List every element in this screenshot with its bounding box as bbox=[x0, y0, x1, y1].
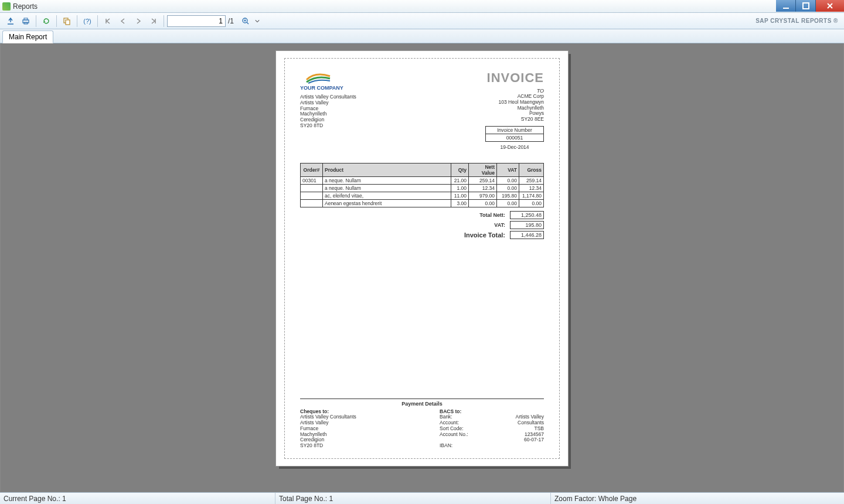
invoice-number-label: Invoice Number bbox=[486, 127, 543, 134]
invoice-right-block: INVOICE TO ACME Corp 103 Heol Maengwyn M… bbox=[485, 70, 544, 150]
cell-nett: 0.00 bbox=[469, 199, 497, 207]
cell-order bbox=[301, 192, 323, 199]
brand-label: SAP CRYSTAL REPORTS ® bbox=[755, 18, 838, 24]
cell-gross: 0.00 bbox=[519, 199, 544, 207]
toolbar: (?) /1 SAP CRYSTAL REPORTS ® bbox=[0, 13, 844, 29]
client-address: ACME Corp 103 Heol Maengwyn Machynlleth … bbox=[485, 94, 544, 122]
page-number-input[interactable] bbox=[167, 15, 226, 27]
invoice-title: INVOICE bbox=[485, 70, 544, 86]
copy-button[interactable] bbox=[60, 15, 74, 28]
col-qty: Qty bbox=[451, 163, 469, 176]
payment-heading: Payment Details bbox=[300, 401, 544, 407]
total-nett-label: Total Nett: bbox=[479, 212, 505, 218]
cell-product: a neque. Nullam bbox=[323, 176, 451, 184]
cell-vat: 195.80 bbox=[497, 192, 519, 199]
bacs-labels: BACS to: Bank: Account: Sort Code: Accou… bbox=[440, 409, 468, 449]
window-controls bbox=[776, 0, 844, 12]
close-button[interactable] bbox=[816, 0, 844, 12]
cell-vat: 0.00 bbox=[497, 184, 519, 192]
total-vat-value: 195.80 bbox=[510, 221, 544, 229]
cell-product: ac, eleifend vitae, bbox=[323, 192, 451, 199]
accountno-label: Account No.: bbox=[440, 432, 468, 438]
total-grand-value: 1,446.28 bbox=[510, 231, 544, 239]
col-product: Product bbox=[323, 163, 451, 176]
addr-line: SY20 8TD bbox=[300, 443, 404, 449]
svg-rect-0 bbox=[783, 8, 789, 9]
iban-label: IBAN: bbox=[440, 443, 468, 449]
zoom-button[interactable] bbox=[239, 15, 253, 28]
cell-order: 00301 bbox=[301, 176, 323, 184]
toolbar-separator bbox=[56, 15, 57, 27]
cell-qty: 3.00 bbox=[451, 199, 469, 207]
toggle-parameters-button[interactable]: (?) bbox=[80, 15, 94, 28]
cell-gross: 12.34 bbox=[519, 184, 544, 192]
cell-order bbox=[301, 184, 323, 192]
col-gross: Gross bbox=[519, 163, 544, 176]
invoice-number-value: 000051 bbox=[486, 134, 543, 141]
line-items-table: Order# Product Qty Nett Value VAT Gross … bbox=[300, 163, 544, 207]
tab-main-report[interactable]: Main Report bbox=[2, 30, 53, 43]
payment-section: Payment Details Cheques to: Artists Vall… bbox=[300, 399, 544, 449]
print-button[interactable] bbox=[19, 15, 33, 28]
table-row: a neque. Nullam1.0012.340.0012.34 bbox=[301, 184, 544, 192]
toolbar-separator bbox=[36, 15, 36, 27]
total-nett-row: Total Nett: 1,250.48 bbox=[427, 211, 544, 219]
totals-block: Total Nett: 1,250.48 VAT: 195.80 Invoice… bbox=[427, 211, 544, 239]
cell-qty: 11.00 bbox=[451, 192, 469, 199]
cell-vat: 0.00 bbox=[497, 199, 519, 207]
page-total-label: /1 bbox=[228, 17, 234, 25]
total-vat-row: VAT: 195.80 bbox=[427, 221, 544, 229]
cell-product: Aenean egestas hendrerit bbox=[323, 199, 451, 207]
window-title: Reports bbox=[13, 2, 38, 11]
total-nett-value: 1,250.48 bbox=[510, 211, 544, 219]
cell-gross: 1,174.80 bbox=[519, 192, 544, 199]
bacs-column: BACS to: Bank: Account: Sort Code: Accou… bbox=[440, 409, 544, 449]
cell-nett: 259.14 bbox=[469, 176, 497, 184]
svg-rect-1 bbox=[803, 3, 809, 9]
svg-text:(?): (?) bbox=[83, 18, 91, 25]
addr-line: SY20 8TD bbox=[300, 123, 356, 129]
maximize-button[interactable] bbox=[796, 0, 816, 12]
table-row: 00301a neque. Nullam21.00259.140.00259.1… bbox=[301, 176, 544, 184]
refresh-button[interactable] bbox=[39, 15, 53, 28]
extra-code-value: 60-07-17 bbox=[516, 437, 544, 443]
title-bar: Reports bbox=[0, 0, 844, 13]
cell-nett: 12.34 bbox=[469, 184, 497, 192]
payment-columns: Cheques to: Artists Valley Consultants A… bbox=[300, 409, 544, 449]
cell-qty: 21.00 bbox=[451, 176, 469, 184]
cell-order bbox=[301, 199, 323, 207]
report-page: YOUR COMPANY Artists Valley Consultants … bbox=[275, 50, 569, 466]
last-page-button[interactable] bbox=[147, 15, 161, 28]
toolbar-separator bbox=[164, 15, 164, 27]
col-vat: VAT bbox=[497, 163, 519, 176]
first-page-button[interactable] bbox=[101, 15, 115, 28]
cell-qty: 1.00 bbox=[451, 184, 469, 192]
status-total-page: Total Page No.: 1 bbox=[275, 493, 551, 504]
next-page-button[interactable] bbox=[131, 15, 145, 28]
minimize-button[interactable] bbox=[776, 0, 796, 12]
invoice-date: 19-Dec-2014 bbox=[485, 144, 544, 150]
toolbar-separator bbox=[97, 15, 98, 27]
payment-divider bbox=[300, 399, 544, 399]
table-row: ac, eleifend vitae,11.00979.00195.801,17… bbox=[301, 192, 544, 199]
prev-page-button[interactable] bbox=[116, 15, 130, 28]
tab-strip: Main Report bbox=[0, 29, 844, 43]
total-grand-label: Invoice Total: bbox=[464, 231, 505, 239]
table-row: Aenean egestas hendrerit3.000.000.000.00 bbox=[301, 199, 544, 207]
app-icon bbox=[2, 2, 11, 11]
cheques-column: Cheques to: Artists Valley Consultants A… bbox=[300, 409, 404, 449]
export-button[interactable] bbox=[4, 15, 18, 28]
cell-nett: 979.00 bbox=[469, 192, 497, 199]
svg-rect-3 bbox=[24, 18, 28, 20]
table-header-row: Order# Product Qty Nett Value VAT Gross bbox=[301, 163, 544, 176]
status-current-page: Current Page No.: 1 bbox=[0, 493, 275, 504]
company-block: YOUR COMPANY Artists Valley Consultants … bbox=[300, 70, 356, 150]
svg-rect-6 bbox=[66, 20, 70, 25]
invoice-header: YOUR COMPANY Artists Valley Consultants … bbox=[300, 70, 544, 150]
bacs-values: Artists Valley Consultants TSB 1234567 6… bbox=[516, 409, 544, 449]
addr-line: SY20 8EE bbox=[485, 117, 544, 122]
zoom-dropdown-button[interactable] bbox=[254, 15, 261, 28]
page-content: YOUR COMPANY Artists Valley Consultants … bbox=[284, 58, 560, 459]
col-nett: Nett Value bbox=[469, 163, 497, 176]
company-logo-icon bbox=[304, 70, 333, 84]
